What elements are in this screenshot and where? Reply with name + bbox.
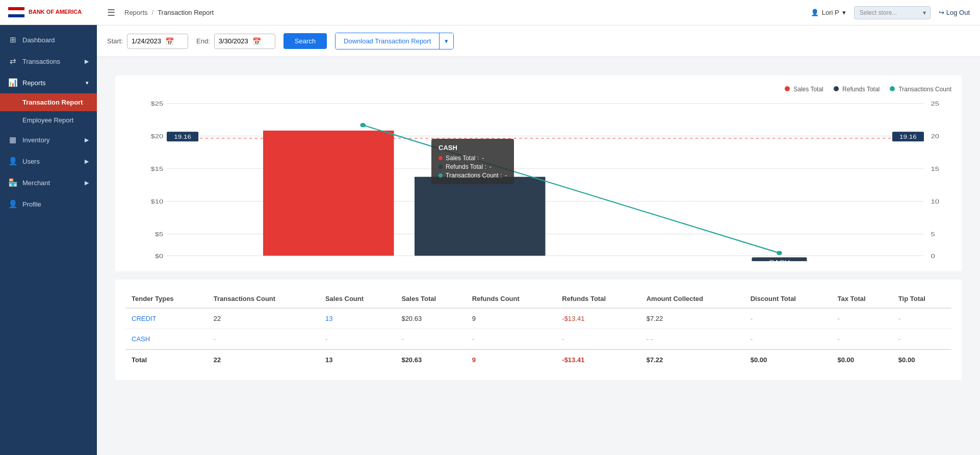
cash-discount-total: -	[744, 329, 832, 350]
credit-sales-total: $20.63	[395, 308, 466, 329]
logo-area: BANK OF AMERICA	[0, 0, 97, 25]
main-area: ☰ Reports / Transaction Report 👤 Lori P …	[97, 0, 980, 455]
svg-rect-0	[8, 7, 24, 10]
end-date-group: End: 3/30/2023 📅	[196, 34, 275, 49]
logout-button[interactable]: ↪ Log Out	[939, 9, 970, 16]
tender-type-cash-link[interactable]: CASH	[132, 335, 150, 343]
start-date-value: 1/24/2023	[132, 37, 161, 45]
svg-text:10: 10	[931, 198, 940, 205]
calendar-icon-end: 📅	[252, 37, 261, 45]
cash-tip-total: -	[892, 329, 951, 350]
filter-bar: Start: 1/24/2023 📅 End: 3/30/2023 📅 Sear…	[97, 26, 980, 57]
svg-text:15: 15	[931, 165, 940, 172]
col-header-refunds-total: Refunds Total	[556, 290, 640, 308]
chart-wrap: $25 $20 $15 $10 $5 $0 25 20 15 10 5 0	[125, 98, 951, 261]
svg-text:$20: $20	[150, 133, 163, 139]
credit-amount-collected: $7.22	[640, 308, 744, 329]
content-area: Sales Total Refunds Total Transactions C…	[97, 57, 980, 455]
col-header-amount-collected: Amount Collected	[640, 290, 744, 308]
store-value: Select store...	[860, 9, 897, 16]
chart-container: Sales Total Refunds Total Transactions C…	[115, 75, 962, 271]
svg-text:20: 20	[931, 133, 940, 139]
chevron-right-icon-merchant: ▶	[85, 180, 89, 186]
sidebar-label-merchant: Merchant	[22, 179, 50, 187]
start-date-input[interactable]: 1/24/2023 📅	[127, 34, 188, 49]
total-refunds-count: 9	[466, 349, 556, 370]
start-date-group: Start: 1/24/2023 📅	[107, 34, 188, 49]
legend-refunds-total: Refunds Total	[834, 86, 880, 93]
total-amount-collected: $7.22	[640, 349, 744, 370]
sidebar-item-transaction-report[interactable]: Transaction Report	[0, 93, 97, 111]
cash-transactions-count: -	[208, 329, 319, 350]
legend-sales-total: Sales Total	[785, 86, 823, 93]
store-dropdown[interactable]: Select store... ▾	[854, 6, 931, 19]
total-tax-total: $0.00	[832, 349, 892, 370]
chart-legend: Sales Total Refunds Total Transactions C…	[125, 86, 951, 93]
topbar: ☰ Reports / Transaction Report 👤 Lori P …	[97, 0, 980, 26]
chevron-right-icon-users: ▶	[85, 158, 89, 165]
total-sales-count: 13	[319, 349, 395, 370]
svg-text:25: 25	[931, 100, 940, 107]
users-icon: 👤	[8, 157, 17, 166]
hamburger-icon[interactable]: ☰	[107, 7, 115, 18]
credit-refunds-total: -$13.41	[556, 308, 640, 329]
total-label: Total	[125, 349, 208, 370]
breadcrumb-parent[interactable]: Reports	[124, 9, 148, 16]
col-header-transactions-count: Transactions Count	[208, 290, 319, 308]
svg-text:CASH: CASH	[769, 259, 790, 261]
topbar-right: 👤 Lori P ▾ Select store... ▾ ↪ Log Out	[811, 6, 970, 19]
svg-text:$10: $10	[150, 198, 163, 205]
user-menu[interactable]: 👤 Lori P ▾	[811, 9, 846, 16]
credit-sales-count-link[interactable]: 13	[325, 315, 332, 322]
end-date-value: 3/30/2023	[219, 37, 248, 45]
legend-transactions-count: Transactions Count	[890, 86, 951, 93]
total-transactions-count: 22	[208, 349, 319, 370]
download-dropdown-arrow-button[interactable]: ▾	[439, 33, 453, 49]
sidebar-item-dashboard[interactable]: ⊞ Dashboard	[0, 29, 97, 50]
sidebar-item-reports[interactable]: 📊 Reports ▾	[0, 72, 97, 93]
svg-text:5: 5	[931, 231, 935, 237]
end-date-input[interactable]: 3/30/2023 📅	[214, 34, 275, 49]
transactions-icon: ⇄	[8, 57, 17, 66]
sidebar-item-users[interactable]: 👤 Users ▶	[0, 150, 97, 172]
transaction-table: Tender Types Transactions Count Sales Co…	[125, 290, 951, 370]
cash-amount-collected: - -	[640, 329, 744, 350]
merchant-icon: 🏪	[8, 178, 17, 187]
sidebar-label-transactions: Transactions	[22, 58, 60, 65]
table-container: Tender Types Transactions Count Sales Co…	[115, 280, 962, 380]
bar-credit-refunds[interactable]	[415, 177, 546, 256]
dot-cash	[777, 251, 782, 256]
svg-rect-1	[8, 11, 24, 14]
svg-text:$25: $25	[150, 100, 163, 107]
total-discount-total: $0.00	[744, 349, 832, 370]
tender-type-credit-link[interactable]: CREDIT	[132, 315, 156, 322]
sidebar: BANK OF AMERICA ⊞ Dashboard ⇄ Transactio…	[0, 0, 97, 455]
sidebar-item-employee-report[interactable]: Employee Report	[0, 111, 97, 129]
credit-tax-total: -	[832, 308, 892, 329]
inventory-icon: ▦	[8, 135, 17, 144]
total-sales-total: $20.63	[395, 349, 466, 370]
chevron-down-icon-reports: ▾	[86, 80, 89, 86]
sidebar-item-inventory[interactable]: ▦ Inventory ▶	[0, 129, 97, 150]
logo-text: BANK OF AMERICA	[29, 9, 82, 15]
search-button[interactable]: Search	[283, 33, 327, 49]
total-refunds-total: -$13.41	[556, 349, 640, 370]
cash-refunds-total: -	[556, 329, 640, 350]
sidebar-label-inventory: Inventory	[22, 136, 49, 144]
legend-dot-refunds	[834, 86, 839, 91]
chevron-down-icon: ▾	[842, 9, 846, 16]
sidebar-label-users: Users	[22, 158, 40, 165]
sidebar-item-merchant[interactable]: 🏪 Merchant ▶	[0, 172, 97, 193]
sidebar-item-profile[interactable]: 👤 Profile	[0, 193, 97, 215]
svg-text:19.16: 19.16	[899, 134, 917, 140]
download-button-group: Download Transaction Report ▾	[335, 33, 454, 49]
download-transaction-report-button[interactable]: Download Transaction Report	[336, 33, 439, 49]
sidebar-item-transactions[interactable]: ⇄ Transactions ▶	[0, 50, 97, 72]
transaction-report-label: Transaction Report	[22, 98, 83, 106]
table-total-row: Total 22 13 $20.63 9 -$13.41 $7.22 $0.00…	[125, 349, 951, 370]
chevron-down-icon: ▶	[85, 58, 89, 65]
table-row: CREDIT 22 13 $20.63 9 -$13.41 $7.22 - - …	[125, 308, 951, 329]
col-header-tax-total: Tax Total	[832, 290, 892, 308]
bar-credit-sales[interactable]	[263, 131, 394, 256]
col-header-tender-types: Tender Types	[125, 290, 208, 308]
